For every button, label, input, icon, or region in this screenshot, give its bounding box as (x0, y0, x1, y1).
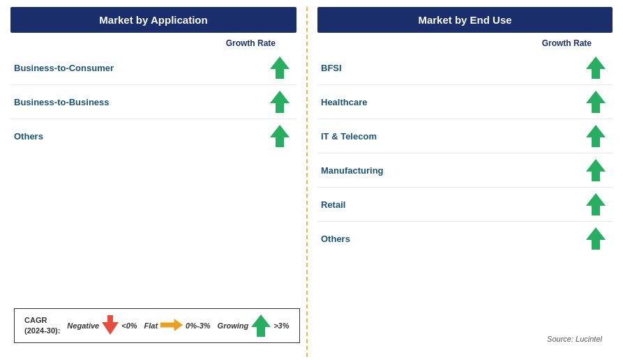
item-label: Manufacturing (321, 165, 384, 176)
right-growth-rate-label: Growth Rate (317, 33, 613, 51)
legend-cagr-label: CAGR(2024-30): (24, 315, 60, 337)
legend-growing-label: Growing (218, 321, 249, 330)
table-row: Manufacturing (317, 153, 613, 188)
right-panel-title: Market by End Use (317, 7, 613, 33)
legend-growing: Growing >3% (218, 314, 290, 337)
table-row: Others (317, 222, 613, 255)
item-label: Retail (321, 199, 345, 210)
source-text: Source: Lucintel (547, 335, 602, 343)
svg-marker-10 (160, 319, 183, 331)
svg-marker-6 (586, 159, 606, 181)
svg-marker-9 (102, 315, 119, 335)
svg-marker-0 (270, 56, 290, 79)
divider (297, 7, 317, 357)
dashed-line (306, 7, 308, 357)
green-up-arrow-icon (586, 91, 606, 113)
svg-marker-1 (270, 91, 290, 113)
svg-marker-2 (270, 125, 290, 147)
green-up-arrow-icon (586, 159, 606, 181)
legend-negative-range: <0% (121, 321, 137, 330)
table-row: BFSI (317, 51, 613, 85)
svg-marker-5 (586, 125, 606, 147)
green-up-arrow-icon (586, 125, 606, 147)
legend-box: CAGR(2024-30): Negative <0% Flat 0%-3% G… (14, 308, 300, 343)
left-panel: Market by Application Growth Rate Busine… (10, 7, 297, 357)
green-up-arrow-icon (586, 193, 606, 215)
item-label: Healthcare (321, 97, 367, 107)
legend-growing-range: >3% (273, 321, 289, 330)
legend-flat-range: 0%-3% (186, 321, 210, 330)
green-up-arrow-icon (270, 56, 290, 79)
green-up-arrow-icon (586, 56, 606, 79)
left-growth-rate-label: Growth Rate (10, 33, 297, 51)
item-label: Business-to-Consumer (14, 63, 114, 73)
orange-right-arrow-icon (160, 318, 183, 333)
legend-negative-label: Negative (67, 321, 99, 330)
item-label: Business-to-Business (14, 97, 110, 107)
svg-marker-7 (586, 193, 606, 215)
green-up-arrow-legend-icon (251, 314, 271, 337)
red-down-arrow-icon (102, 315, 119, 336)
green-up-arrow-icon (586, 227, 606, 250)
table-row: Retail (317, 188, 613, 222)
legend-flat: Flat 0%-3% (144, 318, 211, 333)
svg-marker-3 (586, 56, 606, 79)
svg-marker-4 (586, 91, 606, 113)
svg-marker-8 (586, 227, 606, 250)
table-row: Business-to-Consumer (10, 51, 297, 85)
left-panel-title: Market by Application (10, 7, 297, 33)
item-label: BFSI (321, 63, 342, 73)
table-row: Business-to-Business (10, 85, 297, 119)
right-panel: Market by End Use Growth Rate BFSI Healt… (317, 7, 613, 357)
legend-negative: Negative <0% (67, 315, 137, 336)
table-row: Healthcare (317, 85, 613, 119)
item-label: IT & Telecom (321, 131, 377, 142)
table-row: Others (10, 119, 297, 153)
table-row: IT & Telecom (317, 119, 613, 153)
item-label: Others (321, 234, 350, 244)
item-label: Others (14, 131, 43, 142)
green-up-arrow-icon (270, 91, 290, 113)
svg-marker-11 (251, 314, 271, 337)
legend-flat-label: Flat (144, 321, 158, 330)
green-up-arrow-icon (270, 125, 290, 147)
right-items-container: BFSI Healthcare IT & Telecom Manufacturi… (317, 51, 613, 357)
